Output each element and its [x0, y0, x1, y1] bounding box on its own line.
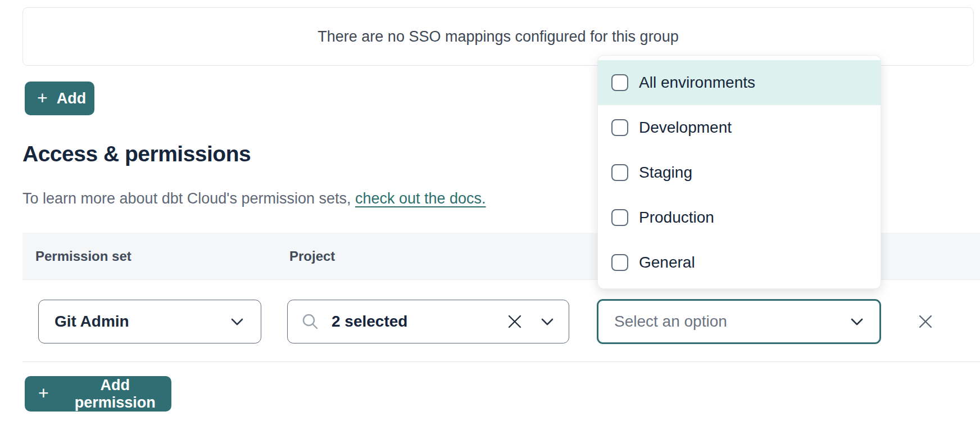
section-description: To learn more about dbt Cloud's permissi…	[22, 190, 486, 207]
plus-icon: +	[38, 384, 49, 402]
environment-dropdown-panel: All environments Development Staging Pro…	[597, 55, 881, 289]
checkbox[interactable]	[611, 119, 628, 136]
dropdown-option-staging[interactable]: Staging	[598, 150, 881, 195]
project-selected-count: 2 selected	[332, 313, 407, 331]
add-permission-label: Add permission	[59, 377, 171, 412]
dropdown-option-development[interactable]: Development	[598, 105, 881, 150]
project-multiselect[interactable]: 2 selected	[287, 300, 569, 343]
add-button-label: Add	[57, 90, 86, 107]
description-text: To learn more about dbt Cloud's permissi…	[22, 190, 355, 207]
remove-x-icon[interactable]	[917, 313, 934, 330]
page-title: Access & permissions	[22, 142, 251, 166]
chevron-down-icon	[230, 318, 244, 326]
column-header-project: Project	[289, 248, 335, 264]
sso-empty-message: There are no SSO mappings configured for…	[317, 28, 678, 46]
checkbox[interactable]	[611, 74, 628, 91]
row-divider	[22, 361, 980, 362]
add-sso-mapping-button[interactable]: + Add	[25, 82, 94, 115]
chevron-down-icon[interactable]	[541, 318, 554, 326]
dropdown-option-production[interactable]: Production	[598, 195, 881, 240]
checkbox[interactable]	[611, 209, 628, 226]
permission-set-select[interactable]: Git Admin	[38, 300, 261, 343]
environment-select[interactable]: Select an option	[597, 299, 881, 344]
environment-select-placeholder: Select an option	[614, 313, 727, 331]
permission-set-value: Git Admin	[55, 313, 129, 331]
checkbox[interactable]	[611, 254, 628, 271]
plus-icon: +	[37, 89, 48, 107]
group-permissions-page: There are no SSO mappings configured for…	[0, 0, 980, 434]
add-permission-button[interactable]: + Add permission	[25, 376, 171, 412]
chevron-down-icon	[850, 318, 864, 326]
dropdown-option-all-environments[interactable]: All environments	[598, 60, 881, 105]
docs-link[interactable]: check out the docs.	[355, 190, 486, 207]
checkbox[interactable]	[611, 164, 628, 181]
search-icon	[301, 313, 319, 331]
clear-x-icon[interactable]	[507, 314, 523, 329]
dropdown-option-general[interactable]: General	[598, 240, 881, 285]
column-header-permission-set: Permission set	[35, 248, 131, 264]
